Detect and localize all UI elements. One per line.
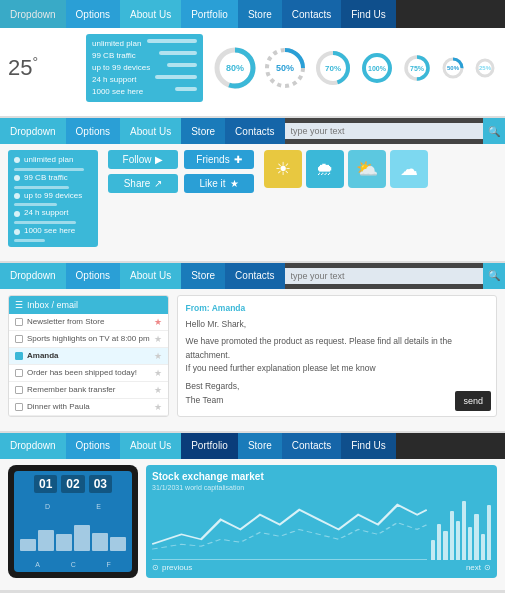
social-buttons: Follow ▶ Friends ✚ Share ↗ Like it ★ — [108, 150, 254, 193]
nav2-search-area: 🔍 — [285, 118, 505, 144]
prev-button[interactable]: ⊙ previous — [152, 563, 192, 572]
stock-subtitle: 31/1/2031 world capitalisation — [152, 484, 491, 491]
donut-charts: 80% 50% — [211, 46, 497, 90]
email-item-2[interactable]: Sports highlights on TV at 8:00 pm ★ — [9, 331, 168, 348]
email-checkbox-1[interactable] — [15, 318, 23, 326]
email-greeting: Hello Mr. Shark, — [186, 318, 488, 332]
nav2-aboutus[interactable]: About Us — [120, 118, 181, 144]
donut-75: 75% — [401, 52, 433, 84]
email-closing: Best Regards, — [186, 380, 488, 394]
navbar1: Dropdown Options About Us Portfolio Stor… — [0, 0, 505, 28]
nav1-findus[interactable]: Find Us — [341, 0, 395, 28]
email-list-header: ☰ Inbox / email — [9, 296, 168, 314]
social-row-2: Share ↗ Like it ★ — [108, 174, 254, 193]
star-icon-4[interactable]: ★ — [154, 368, 162, 378]
nav1-options[interactable]: Options — [66, 0, 120, 28]
nav4-dropdown[interactable]: Dropdown — [0, 433, 66, 459]
nav3-aboutus[interactable]: About Us — [120, 263, 181, 289]
temperature: 25° — [8, 54, 38, 81]
nav2-dropdown[interactable]: Dropdown — [0, 118, 66, 144]
weather-icons: ☀ 🌧 ⛅ ☁ — [264, 150, 428, 188]
nav3-options[interactable]: Options — [66, 263, 120, 289]
friends-button[interactable]: Friends ✚ — [184, 150, 254, 169]
nav1-store[interactable]: Store — [238, 0, 282, 28]
email-item-5[interactable]: Remember bank transfer ★ — [9, 382, 168, 399]
section1: Dropdown Options About Us Portfolio Stor… — [0, 0, 505, 118]
section2: Dropdown Options About Us Store Contacts… — [0, 118, 505, 263]
email-signature: The Team — [186, 394, 488, 408]
nav1-dropdown[interactable]: Dropdown — [0, 0, 66, 28]
nav1-aboutus[interactable]: About Us — [120, 0, 181, 28]
email-item-3[interactable]: Amanda ★ — [9, 348, 168, 365]
star-icon-6[interactable]: ★ — [154, 402, 162, 412]
nav4-findus[interactable]: Find Us — [341, 433, 395, 459]
navbar3: Dropdown Options About Us Store Contacts… — [0, 263, 505, 289]
nav3-dropdown[interactable]: Dropdown — [0, 263, 66, 289]
sun-icon-box: ☀ — [264, 150, 302, 188]
counter-03: 03 — [89, 475, 112, 493]
social-row-1: Follow ▶ Friends ✚ — [108, 150, 254, 169]
star-icon-3[interactable]: ★ — [154, 351, 162, 361]
email-checkbox-2[interactable] — [15, 335, 23, 343]
email-checkbox-3[interactable] — [15, 352, 23, 360]
nav2-contacts[interactable]: Contacts — [225, 118, 284, 144]
star-icon-5[interactable]: ★ — [154, 385, 162, 395]
stock-title: Stock exchange market — [152, 471, 491, 482]
email-list: ☰ Inbox / email Newsletter from Store ★ … — [8, 295, 169, 417]
search-input-1[interactable] — [285, 123, 483, 139]
section4: Dropdown Options About Us Portfolio Stor… — [0, 433, 505, 592]
cloud2-icon-box: ☁ — [390, 150, 428, 188]
donut-25: 25% — [473, 56, 497, 80]
email-checkbox-5[interactable] — [15, 386, 23, 394]
stock-line-chart — [152, 495, 427, 560]
inbox-label: Inbox / email — [27, 300, 78, 310]
nav4-options[interactable]: Options — [66, 433, 120, 459]
search-button-1[interactable]: 🔍 — [483, 118, 505, 144]
share-button[interactable]: Share ↗ — [108, 174, 178, 193]
donut-50a: 50% — [263, 46, 307, 90]
email-item-6[interactable]: Dinner with Paula ★ — [9, 399, 168, 416]
nav1-portfolio[interactable]: Portfolio — [181, 0, 238, 28]
stock-bar-chart — [431, 495, 491, 560]
nav4-store[interactable]: Store — [238, 433, 282, 459]
star-icon-1[interactable]: ★ — [154, 317, 162, 327]
email-item-1[interactable]: Newsletter from Store ★ — [9, 314, 168, 331]
nav3-contacts[interactable]: Contacts — [225, 263, 284, 289]
nav4-contacts[interactable]: Contacts — [282, 433, 341, 459]
icon-bar: 🔒 👤 🔍 💡 ⬇ 💬 📱 📞 ✉ 🔔 ⚙ 📷 ☁ 📊 @ 🖥 🛒 📱 — [0, 592, 505, 600]
cloud-icon-box: ⛅ — [348, 150, 386, 188]
likeit-button[interactable]: Like it ★ — [184, 174, 254, 193]
stock-chart-container — [152, 495, 491, 560]
email-body1: We have promoted the product as request.… — [186, 335, 488, 362]
send-button[interactable]: send — [455, 391, 491, 411]
star-icon-2[interactable]: ★ — [154, 334, 162, 344]
donut-80: 80% — [213, 46, 257, 90]
email-checkbox-4[interactable] — [15, 369, 23, 377]
counter-01: 01 — [34, 475, 57, 493]
nav3-search-area: 🔍 — [285, 263, 505, 289]
nav1-contacts[interactable]: Contacts — [282, 0, 341, 28]
nav4-aboutus[interactable]: About Us — [120, 433, 181, 459]
stock-area: Stock exchange market 31/1/2031 world ca… — [146, 465, 497, 578]
navbar4: Dropdown Options About Us Portfolio Stor… — [0, 433, 505, 459]
follow-button[interactable]: Follow ▶ — [108, 150, 178, 169]
donut-100: 100% — [359, 50, 395, 86]
info-panel: unlimited plan 99 CB traffic up to 99 de… — [86, 34, 203, 102]
nav2-options[interactable]: Options — [66, 118, 120, 144]
stock-nav: ⊙ previous next ⊙ — [152, 563, 491, 572]
counter-row: 01 02 03 — [18, 475, 128, 493]
search-input-2[interactable] — [285, 268, 483, 284]
donut-50b: 50% — [439, 54, 467, 82]
navbar2: Dropdown Options About Us Store Contacts… — [0, 118, 505, 144]
email-checkbox-6[interactable] — [15, 403, 23, 411]
email-item-4[interactable]: Order has been shipped today! ★ — [9, 365, 168, 382]
row4-content: 01 02 03 DE ACF — [0, 459, 505, 584]
nav2-store[interactable]: Store — [181, 118, 225, 144]
tablet-chart — [18, 521, 128, 551]
search-button-2[interactable]: 🔍 — [483, 263, 505, 289]
section3: Dropdown Options About Us Store Contacts… — [0, 263, 505, 433]
next-button[interactable]: next ⊙ — [466, 563, 491, 572]
counter-02: 02 — [61, 475, 84, 493]
nav3-store[interactable]: Store — [181, 263, 225, 289]
nav4-portfolio[interactable]: Portfolio — [181, 433, 238, 459]
